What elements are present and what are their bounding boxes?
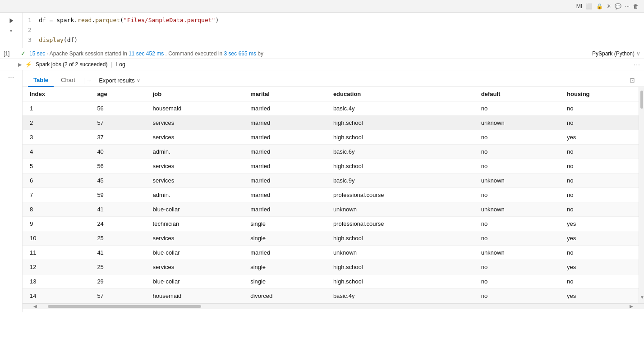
toolbar-more[interactable]: ··· [625,3,630,9]
cell-housing: no [560,174,644,188]
horizontal-scrollbar[interactable]: ◀ ▶ [23,303,644,309]
language-label: PySpark (Python) [592,50,635,57]
toolbar-lock[interactable]: 🔒 [596,3,603,9]
table-header-row: Index age job marital education default … [23,87,644,101]
tab-table[interactable]: Table [28,74,54,87]
toolbar-delete[interactable]: 🗑 [633,3,639,9]
cell-education: basic.4y [326,101,474,116]
table-row: 1329blue-collarsinglehigh.schoolnono [23,274,644,289]
table-row: 1025servicessinglehigh.schoolnoyes [23,231,644,246]
collapse-button[interactable]: ▾ [8,27,15,34]
cell-marital: married [243,188,326,202]
spark-jobs-label: Spark jobs (2 of 2 succeeded) [36,61,107,68]
cell-default: no [474,159,560,174]
vertical-scrollbar[interactable]: ▼ [639,87,644,303]
result-tabs: Table Chart |→ Export results ∨ ⊡ [23,74,644,87]
code-line-2: 2 [28,25,639,35]
col-header-index: Index [23,87,90,101]
cell-default: no [474,260,560,274]
scrollbar-thumb[interactable] [640,91,643,109]
line-number-2: 2 [28,25,39,35]
cell-education: basic.4y [326,289,474,303]
data-table-wrapper[interactable]: Index age job marital education default … [23,87,644,303]
output-gutter: ··· [0,70,23,312]
line-code-2 [39,25,42,35]
cell-education: high.school [326,260,474,274]
cell-marital: single [243,274,326,289]
status-message: 15 sec · Apache Spark session started in… [29,50,263,57]
cell-index: 2 [23,116,90,130]
scroll-down-arrow[interactable]: ▼ [640,295,644,300]
toolbar-monitor[interactable]: ⬜ [586,3,593,9]
table-row: 156housemaidmarriedbasic.4ynono [23,101,644,116]
table-row: 440admin.marriedbasic.6ynono [23,145,644,159]
cell-housing: no [560,274,644,289]
h-scrollbar-thumb[interactable] [48,305,201,308]
col-header-housing: housing [560,87,644,101]
cell-housing: yes [560,231,644,246]
scroll-left-arrow[interactable]: ◀ [32,304,39,309]
cell-index: 1 [23,101,90,116]
output-options[interactable]: ··· [8,74,14,81]
cell-marital: married [243,246,326,260]
scroll-right-arrow[interactable]: ▶ [628,304,635,309]
cell-job: housemaid [146,101,244,116]
cell-housing: no [560,101,644,116]
cell-default: unknown [474,202,560,217]
cell-index: 14 [23,289,90,303]
cell-index: [1] [4,50,17,57]
spark-separator: | [111,61,112,68]
cell-index: 6 [23,174,90,188]
log-button[interactable]: Log [116,61,125,68]
cell-job: services [146,159,244,174]
cell-age: 29 [90,274,145,289]
table-row: 337servicesmarriedhigh.schoolnoyes [23,130,644,145]
col-header-marital: marital [243,87,326,101]
tab-chart[interactable]: Chart [55,74,81,87]
cell-age: 45 [90,174,145,188]
cell-default: no [474,130,560,145]
table-row: 556servicesmarriedhigh.schoolnono [23,159,644,174]
export-label: Export results [99,77,134,84]
cell-age: 59 [90,188,145,202]
cell-gutter: ▾ [0,13,23,48]
cell-default: no [474,217,560,231]
col-header-education: education [326,87,474,101]
cell-default: no [474,274,560,289]
cell-education: high.school [326,274,474,289]
cell-marital: married [243,202,326,217]
expand-icon[interactable]: ⊡ [626,75,639,86]
cell-housing: no [560,188,644,202]
cell-marital: single [243,231,326,246]
cell-age: 25 [90,231,145,246]
cell-index: 11 [23,246,90,260]
spark-expand-icon[interactable]: ▶ [18,62,22,68]
export-button[interactable]: Export results ∨ [95,75,143,86]
cell-housing: yes [560,289,644,303]
spark-more-button[interactable]: ··· [634,61,640,68]
cell-age: 24 [90,217,145,231]
cell-education: basic.6y [326,145,474,159]
cell-default: no [474,101,560,116]
notebook-container: ▾ 1 df = spark.read.parquet("Files/Sampl… [0,13,644,347]
cell-default: unknown [474,116,560,130]
cell-marital: single [243,217,326,231]
code-cell: ▾ 1 df = spark.read.parquet("Files/Sampl… [0,13,644,48]
language-indicator[interactable]: PySpark (Python) ∨ [592,50,640,57]
toolbar-mi[interactable]: MI [576,3,582,9]
cell-marital: married [243,159,326,174]
run-button[interactable] [7,16,16,25]
cell-age: 25 [90,260,145,274]
cell-marital: divorced [243,289,326,303]
data-table: Index age job marital education default … [23,87,644,303]
cell-marital: married [243,116,326,130]
cell-education: unknown [326,246,474,260]
toolbar-asterisk[interactable]: ✳ [607,3,611,9]
toolbar-comment[interactable]: 💬 [615,3,621,9]
export-chevron-icon: ∨ [137,78,140,83]
cell-default: unknown [474,174,560,188]
code-content[interactable]: 1 df = spark.read.parquet("Files/SampleD… [23,13,644,48]
cell-index: 8 [23,202,90,217]
spark-jobs-icon: ⚡ [25,61,32,68]
cell-default: no [474,188,560,202]
